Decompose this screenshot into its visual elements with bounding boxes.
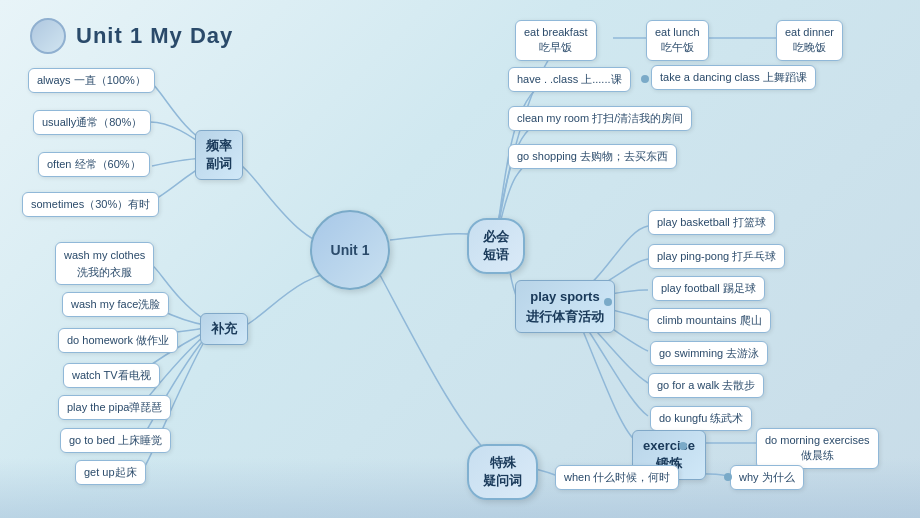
node-often: often 经常（60%） bbox=[38, 152, 150, 177]
node-homework: do homework 做作业 bbox=[58, 328, 178, 353]
node-get-up: get up起床 bbox=[75, 460, 146, 485]
node-sometimes: sometimes（30%）有时 bbox=[22, 192, 159, 217]
node-play-sports: play sports进行体育活动 bbox=[515, 280, 615, 333]
node-eat-dinner: eat dinner吃晚饭 bbox=[776, 20, 843, 61]
node-morning-exercise: do morning exercises做晨练 bbox=[756, 428, 879, 469]
node-watch-tv: watch TV看电视 bbox=[63, 363, 160, 388]
node-clean-room: clean my room 打扫/清洁我的房间 bbox=[508, 106, 692, 131]
category-supplement: 补充 bbox=[200, 313, 248, 345]
node-usually: usually通常（80%） bbox=[33, 110, 151, 135]
node-when: when 什么时候，何时 bbox=[555, 465, 679, 490]
node-dancing-class: take a dancing class 上舞蹈课 bbox=[651, 65, 816, 90]
node-climb-mountains: climb mountains 爬山 bbox=[648, 308, 771, 333]
node-wash-clothes: wash my clothes洗我的衣服 bbox=[55, 242, 154, 285]
node-why: why 为什么 bbox=[730, 465, 804, 490]
center-node: Unit 1 bbox=[310, 210, 390, 290]
node-eat-lunch: eat lunch吃午饭 bbox=[646, 20, 709, 61]
category-frequency: 频率副词 bbox=[195, 130, 243, 180]
node-swimming: go swimming 去游泳 bbox=[650, 341, 768, 366]
category-special-q: 特殊疑问词 bbox=[467, 444, 538, 500]
node-have-class: have . .class 上......课 bbox=[508, 67, 631, 92]
node-walk: go for a walk 去散步 bbox=[648, 373, 764, 398]
node-wash-face: wash my face洗脸 bbox=[62, 292, 169, 317]
node-eat-breakfast: eat breakfast吃早饭 bbox=[515, 20, 597, 61]
category-required: 必会短语 bbox=[467, 218, 525, 274]
node-pingpong: play ping-pong 打乒乓球 bbox=[648, 244, 785, 269]
node-go-to-bed: go to bed 上床睡觉 bbox=[60, 428, 171, 453]
node-football: play football 踢足球 bbox=[652, 276, 765, 301]
node-pipa: play the pipa弹琵琶 bbox=[58, 395, 171, 420]
node-always: always 一直（100%） bbox=[28, 68, 155, 93]
node-basketball: play basketball 打篮球 bbox=[648, 210, 775, 235]
node-go-shopping: go shopping 去购物；去买东西 bbox=[508, 144, 677, 169]
node-kungfu: do kungfu 练武术 bbox=[650, 406, 752, 431]
